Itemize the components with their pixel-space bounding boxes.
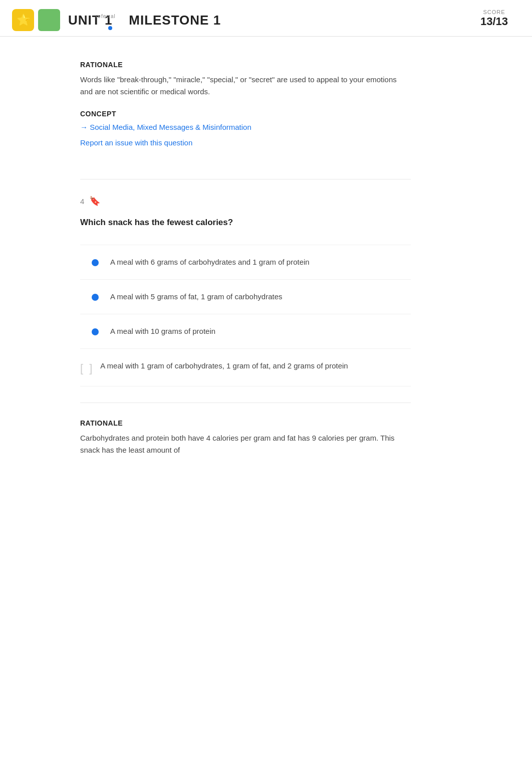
concept-section: CONCEPT → Social Media, Mixed Messages &…	[80, 110, 411, 163]
option-text-b: A meal with 5 grams of fat, 1 gram of ca…	[110, 291, 411, 303]
score-box: SCORE 13/13	[480, 9, 508, 28]
rationale-title-top: RATIONALE	[80, 61, 411, 69]
rationale-body-top: Words like "break-through," "miracle," "…	[80, 74, 411, 98]
concept-title: CONCEPT	[80, 110, 411, 118]
rationale-title-bottom: RATIONALE	[80, 419, 411, 427]
question-number: 4	[80, 197, 84, 206]
rationale-section-top: RATIONALE Words like "break-through," "m…	[80, 61, 411, 98]
option-text-a: A meal with 6 grams of carbohydrates and…	[110, 256, 411, 268]
concept-link[interactable]: → Social Media, Mixed Messages & Misinfo…	[80, 123, 411, 131]
radio-area-a	[80, 256, 110, 266]
header-title: UNIT 1 referral MILESTONE 1	[68, 13, 221, 28]
answer-option-d[interactable]: [ ] A meal with 1 gram of carbohydrates,…	[80, 348, 411, 386]
header-icons: ⭐	[12, 9, 60, 31]
answer-option-b[interactable]: A meal with 5 grams of fat, 1 gram of ca…	[80, 279, 411, 314]
rationale-body-bottom: Carbohydrates and protein both have 4 ca…	[80, 432, 411, 456]
green-icon	[38, 9, 60, 31]
referral-text: referral	[96, 14, 116, 19]
question-text: Which snack has the fewest calories?	[80, 217, 411, 229]
option-text-d: A meal with 1 gram of carbohydrates, 1 g…	[100, 360, 411, 372]
answer-option-a[interactable]: A meal with 6 grams of carbohydrates and…	[80, 245, 411, 279]
section-divider	[80, 179, 411, 179]
answer-options: A meal with 6 grams of carbohydrates and…	[80, 245, 411, 386]
score-label: SCORE	[480, 9, 508, 15]
report-issue-link[interactable]: Report an issue with this question	[80, 138, 192, 147]
milestone-label: MILESTONE 1	[129, 13, 221, 28]
header-dot	[108, 26, 112, 30]
score-value: 13/13	[480, 15, 508, 28]
radio-area-b	[80, 291, 110, 301]
star-icon: ⭐	[12, 9, 34, 31]
radio-area-c	[80, 325, 110, 335]
bracket-left-icon: [	[80, 362, 83, 375]
radio-dot-c	[92, 328, 99, 335]
section-divider-2	[80, 403, 411, 403]
radio-dot-b	[92, 294, 99, 301]
main-content: RATIONALE Words like "break-through," "m…	[0, 37, 451, 485]
rationale-section-bottom: RATIONALE Carbohydrates and protein both…	[80, 419, 411, 456]
question-number-row: 4 🔖	[80, 196, 411, 207]
bracket-right-icon: ]	[89, 362, 92, 375]
page-header: ⭐ UNIT 1 referral MILESTONE 1 SCORE 13/1…	[0, 0, 532, 37]
option-text-c: A meal with 10 grams of protein	[110, 325, 411, 337]
radio-dot-a	[92, 259, 99, 266]
bookmark-icon[interactable]: 🔖	[89, 196, 100, 207]
option-d-icons: [ ]	[80, 362, 92, 375]
answer-option-c[interactable]: A meal with 10 grams of protein	[80, 314, 411, 348]
